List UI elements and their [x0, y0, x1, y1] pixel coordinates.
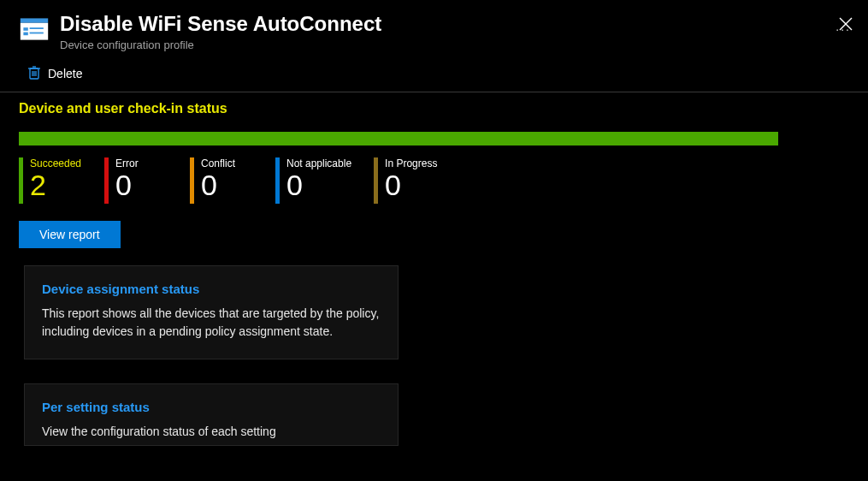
section-title-status: Device and user check-in status: [0, 92, 868, 123]
delete-label: Delete: [48, 67, 82, 80]
stat-bar-conflict: [190, 157, 194, 204]
stat-bar-error: [104, 157, 109, 204]
svg-rect-5: [23, 33, 27, 36]
stat-value: 0: [385, 169, 437, 201]
trash-icon: [27, 65, 41, 83]
stat-error[interactable]: Error 0: [104, 157, 168, 204]
svg-rect-1: [21, 23, 48, 40]
svg-rect-0: [21, 18, 48, 22]
card-desc: This report shows all the devices that a…: [42, 305, 381, 341]
stat-value: 0: [115, 169, 139, 201]
stat-label: Succeeded: [30, 157, 81, 169]
svg-rect-2: [23, 27, 27, 31]
stat-label: Conflict: [201, 157, 235, 169]
stat-bar-succeeded: [19, 157, 23, 204]
card-desc: View the configuration status of each se…: [42, 423, 381, 442]
page-title: Disable WiFi Sense AutoConnect: [60, 12, 817, 37]
card-per-setting[interactable]: Per setting status View the configuratio…: [24, 383, 399, 446]
stat-bar-na: [275, 157, 280, 204]
stat-label: Error: [115, 157, 139, 169]
stat-succeeded[interactable]: Succeeded 2: [19, 157, 82, 204]
stat-in-progress[interactable]: In Progress 0: [374, 157, 437, 204]
page-subtitle: Device configuration profile: [60, 39, 817, 51]
svg-rect-4: [30, 33, 44, 34]
stat-value: 0: [201, 169, 235, 201]
stat-bar-inprogress: [374, 157, 378, 204]
header: Disable WiFi Sense AutoConnect Device co…: [0, 0, 868, 60]
stat-value: 0: [286, 169, 351, 201]
status-stats: Succeeded 2 Error 0 Conflict 0 Not appli…: [0, 145, 868, 209]
stat-value: 2: [30, 169, 81, 201]
stat-not-applicable[interactable]: Not applicable 0: [275, 157, 351, 204]
header-main: Disable WiFi Sense AutoConnect Device co…: [60, 12, 817, 51]
delete-button[interactable]: Delete: [27, 65, 82, 83]
card-title: Per setting status: [42, 400, 381, 414]
svg-rect-3: [30, 27, 44, 29]
command-bar: Delete: [0, 60, 868, 92]
stat-label: In Progress: [385, 157, 437, 169]
close-icon: [839, 17, 853, 31]
card-title: Device assignment status: [42, 282, 381, 296]
stat-conflict[interactable]: Conflict 0: [190, 157, 253, 204]
stat-label: Not applicable: [286, 157, 351, 169]
view-report-button[interactable]: View report: [19, 221, 121, 248]
close-button[interactable]: [839, 17, 853, 33]
card-device-assignment[interactable]: Device assignment status This report sho…: [24, 265, 399, 359]
status-progress-bar: [19, 132, 778, 145]
profile-icon: [19, 14, 50, 45]
